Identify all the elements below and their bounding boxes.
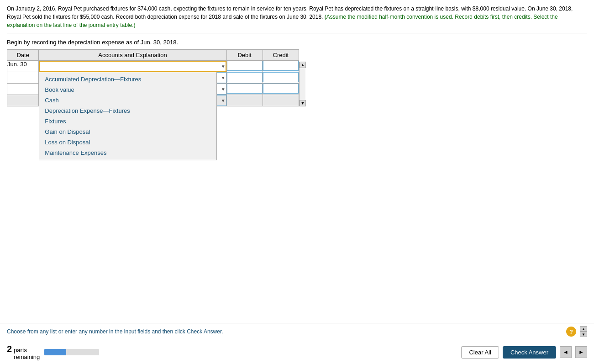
account-cell-1: ▼ Accumulated Depreciation—Fixtures Book…	[39, 61, 226, 72]
table-scrollbar: ▲ ▼	[299, 62, 305, 106]
page-wrapper: On January 2, 2016, Royal Pet purchased …	[0, 0, 594, 364]
credit-cell-1	[263, 61, 299, 72]
dropdown-open-1: Accumulated Depreciation—Fixtures Book v…	[39, 72, 217, 160]
header-date: Date	[7, 50, 39, 61]
debit-input-3[interactable]	[227, 84, 263, 94]
account-select-wrapper-1: ▼	[39, 61, 226, 72]
credit-cell-4	[263, 95, 299, 106]
parts-number: 2	[7, 344, 12, 354]
dropdown-item-book-value[interactable]: Book value	[39, 84, 216, 95]
journal-table: Date Accounts and Explanation Debit Cred…	[7, 49, 299, 106]
clear-all-button[interactable]: Clear All	[461, 346, 499, 359]
problem-text: On January 2, 2016, Royal Pet purchased …	[7, 5, 587, 33]
next-button[interactable]: ►	[575, 346, 587, 358]
footer-bar: 2 parts remaining Clear All Check Answer…	[0, 340, 594, 364]
dropdown-item-loss[interactable]: Loss on Disposal	[39, 137, 216, 148]
content-area: On January 2, 2016, Royal Pet purchased …	[0, 0, 594, 323]
help-icon[interactable]: ?	[566, 327, 576, 337]
bottom-bar: Choose from any list or enter any number…	[0, 323, 594, 340]
scroll-up-btn[interactable]: ▲	[580, 326, 587, 332]
date-cell-3	[7, 84, 39, 95]
credit-cell-3	[263, 84, 299, 95]
debit-cell-2	[226, 72, 263, 84]
debit-input-1[interactable]	[227, 61, 263, 71]
parts-line2: remaining	[14, 353, 40, 360]
dropdown-item-gain[interactable]: Gain on Disposal	[39, 127, 216, 137]
progress-bar-container	[44, 349, 99, 355]
debit-cell-1	[226, 61, 263, 72]
prev-button[interactable]: ◄	[560, 346, 572, 358]
dropdown-item-fixtures[interactable]: Fixtures	[39, 116, 216, 127]
progress-bar-fill	[44, 349, 66, 355]
bottom-right: ? ▲ ▼	[566, 326, 587, 337]
credit-input-3[interactable]	[263, 84, 299, 94]
date-cell-4	[7, 95, 39, 106]
date-cell-2	[7, 72, 39, 84]
credit-input-2[interactable]	[263, 72, 299, 82]
footer-actions: Clear All Check Answer ◄ ►	[461, 346, 587, 359]
check-answer-button[interactable]: Check Answer	[503, 346, 556, 359]
table-row-1: Jun. 30 ▼ Accumulated Depreciation—Fixtu…	[7, 61, 299, 72]
header-debit: Debit	[226, 50, 263, 61]
debit-input-2[interactable]	[227, 72, 263, 82]
date-cell-1: Jun. 30	[7, 61, 39, 72]
bottom-hint-text: Choose from any list or enter any number…	[7, 328, 223, 335]
debit-cell-4	[226, 95, 263, 106]
header-account: Accounts and Explanation	[39, 50, 226, 61]
credit-input-1[interactable]	[263, 61, 299, 71]
parts-text-block: parts remaining	[14, 347, 40, 360]
dropdown-item-cash[interactable]: Cash	[39, 95, 216, 106]
scrollbar-down-btn[interactable]: ▼	[300, 100, 306, 106]
parts-line1: parts	[14, 347, 40, 353]
parts-label: 2 parts remaining	[7, 344, 40, 360]
scrollbar-up-btn[interactable]: ▲	[300, 62, 306, 68]
debit-cell-3	[226, 84, 263, 95]
scrollbar-track	[300, 68, 305, 100]
header-credit: Credit	[263, 50, 299, 61]
dropdown-item-maintenance[interactable]: Maintenance Expenses	[39, 148, 216, 158]
instruction-text: Begin by recording the depreciation expe…	[7, 39, 587, 46]
dropdown-item-dep-expense[interactable]: Depreciation Expense—Fixtures	[39, 106, 216, 116]
account-select-1[interactable]	[39, 61, 226, 72]
dropdown-item-accum-dep[interactable]: Accumulated Depreciation—Fixtures	[39, 74, 216, 84]
credit-cell-2	[263, 72, 299, 84]
scroll-down-btn[interactable]: ▼	[580, 332, 587, 337]
scroll-arrows: ▲ ▼	[580, 326, 587, 337]
